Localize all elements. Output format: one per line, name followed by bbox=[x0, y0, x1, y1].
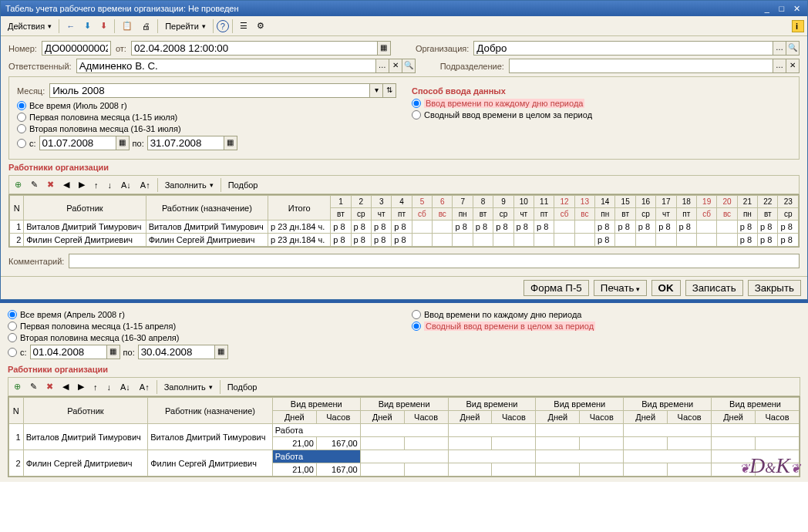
sort-asc-icon[interactable]: A↓ bbox=[116, 380, 134, 394]
add-icon[interactable]: ⊕ bbox=[11, 177, 25, 192]
settings-icon[interactable]: ⚙ bbox=[253, 19, 268, 33]
org-input[interactable] bbox=[473, 41, 773, 56]
sort-asc-icon[interactable]: A↓ bbox=[117, 178, 135, 192]
date2-input[interactable] bbox=[147, 136, 224, 150]
edit-icon[interactable]: ✎ bbox=[26, 379, 41, 394]
radio-full-lower[interactable] bbox=[8, 310, 17, 319]
form-p5-button[interactable]: Форма П-5 bbox=[524, 280, 589, 296]
number-label: Номер: bbox=[8, 44, 37, 53]
delete-icon[interactable]: ✖ bbox=[43, 177, 58, 192]
nav-icon[interactable]: ▶ bbox=[75, 177, 89, 192]
help-icon[interactable]: ? bbox=[217, 20, 229, 32]
delete-icon[interactable]: ✖ bbox=[42, 379, 57, 394]
unpost-icon[interactable]: ⬇ bbox=[96, 19, 111, 33]
resp-input[interactable] bbox=[76, 59, 376, 73]
table-row[interactable]: 1Виталов Дмитрий ТимуровичВиталов Дмитри… bbox=[10, 221, 799, 234]
radio-summary-lower[interactable] bbox=[412, 322, 421, 331]
workers-title: Работники организации bbox=[8, 163, 800, 172]
radio-first-half-lower[interactable] bbox=[8, 322, 17, 331]
nav-icon[interactable]: ◀ bbox=[59, 177, 73, 192]
date1-input-lower[interactable] bbox=[30, 345, 107, 359]
table-row[interactable]: 2Филин Сергей ДмитриевичФилин Сергей Дми… bbox=[10, 234, 799, 247]
workers-grid-lower[interactable]: NРаботникРаботник (назначение)Вид времен… bbox=[8, 396, 800, 477]
toolbar: Действия ← ⬇ ⬇ 📋 🖨 Перейти ? ☰ ⚙ i bbox=[1, 16, 807, 36]
number-input[interactable] bbox=[42, 41, 111, 56]
move-up-icon[interactable]: ↑ bbox=[89, 380, 102, 394]
list-icon[interactable]: ☰ bbox=[236, 19, 251, 33]
open-icon[interactable]: 🔍 bbox=[786, 41, 800, 56]
move-down-icon[interactable]: ↓ bbox=[104, 178, 116, 192]
titlebar: Табель учета рабочего времени организаци… bbox=[1, 1, 807, 16]
date-from-input[interactable] bbox=[131, 41, 378, 56]
calendar-icon[interactable]: ▦ bbox=[107, 345, 120, 359]
actions-menu[interactable]: Действия bbox=[4, 19, 56, 33]
bottom-bar: Форма П-5 Печать OK Записать Закрыть bbox=[1, 276, 807, 299]
select-icon[interactable]: … bbox=[773, 59, 786, 73]
date1-input[interactable] bbox=[39, 136, 116, 150]
workers-title-lower: Работники организации bbox=[8, 365, 800, 374]
back-icon[interactable]: ← bbox=[62, 19, 79, 33]
window-title: Табель учета рабочего времени организаци… bbox=[5, 4, 239, 13]
clear-icon[interactable]: ✕ bbox=[389, 59, 402, 73]
radio-daily-lower[interactable] bbox=[412, 310, 421, 319]
from-label: от: bbox=[116, 44, 126, 53]
move-down-icon[interactable]: ↓ bbox=[103, 380, 116, 394]
radio-second-half[interactable] bbox=[17, 124, 26, 133]
open-icon[interactable]: 🔍 bbox=[402, 59, 416, 73]
close-button[interactable]: Закрыть bbox=[748, 280, 801, 296]
calendar-icon[interactable]: ▦ bbox=[215, 345, 228, 359]
edit-icon[interactable]: ✎ bbox=[27, 177, 42, 192]
comment-label: Комментарий: bbox=[8, 257, 64, 266]
goto-menu[interactable]: Перейти bbox=[161, 19, 210, 33]
radio-daily[interactable] bbox=[412, 99, 421, 108]
dropdown-icon[interactable]: ▾ bbox=[370, 83, 383, 98]
add-icon[interactable]: ⊕ bbox=[10, 379, 25, 394]
pick-button-lower[interactable]: Подбор bbox=[224, 380, 261, 394]
table-row[interactable]: 2Филин Сергей ДмитриевичФилин Сергей Дми… bbox=[9, 450, 800, 463]
info-icon[interactable]: i bbox=[792, 20, 804, 32]
print-button[interactable]: Печать bbox=[594, 280, 647, 296]
save-button[interactable]: Записать bbox=[685, 280, 743, 296]
radio-full[interactable] bbox=[17, 101, 26, 110]
close-icon[interactable]: ✕ bbox=[790, 4, 803, 14]
dept-label: Подразделение: bbox=[440, 62, 504, 71]
radio-custom[interactable] bbox=[17, 139, 26, 148]
post-icon[interactable]: ⬇ bbox=[80, 19, 95, 33]
spin-icon[interactable]: ⇅ bbox=[383, 83, 396, 98]
fill-menu-lower[interactable]: Заполнить bbox=[160, 380, 217, 394]
select-icon[interactable]: … bbox=[376, 59, 389, 73]
month-label: Месяц: bbox=[17, 86, 45, 96]
watermark-logo: ❦D&K❦ bbox=[739, 453, 800, 478]
print-icon[interactable]: 🖨 bbox=[138, 19, 154, 33]
dept-input[interactable] bbox=[509, 59, 773, 73]
fill-menu[interactable]: Заполнить bbox=[161, 178, 217, 192]
move-up-icon[interactable]: ↑ bbox=[90, 178, 103, 192]
input-mode-title: Способ ввода данных bbox=[412, 86, 791, 96]
clear-icon[interactable]: ✕ bbox=[786, 59, 800, 73]
sort-desc-icon[interactable]: A↑ bbox=[136, 380, 153, 394]
radio-second-half-lower[interactable] bbox=[8, 333, 17, 342]
calendar-icon[interactable]: ▦ bbox=[224, 136, 237, 150]
calendar-icon[interactable]: ▦ bbox=[378, 41, 391, 56]
select-icon[interactable]: … bbox=[773, 41, 786, 56]
resp-label: Ответственный: bbox=[8, 62, 72, 71]
maximize-icon[interactable]: □ bbox=[776, 4, 788, 13]
date2-input-lower[interactable] bbox=[138, 345, 215, 359]
calendar-icon[interactable]: ▦ bbox=[116, 136, 130, 150]
comment-input[interactable] bbox=[69, 254, 800, 268]
workers-grid[interactable]: NРаботникРаботник (назначение)Итого12345… bbox=[8, 194, 800, 247]
copy-icon[interactable]: 📋 bbox=[118, 19, 136, 33]
ok-button[interactable]: OK bbox=[651, 280, 681, 296]
table-row[interactable]: 1Виталов Дмитрий ТимуровичВиталов Дмитри… bbox=[9, 424, 800, 437]
radio-summary[interactable] bbox=[412, 110, 421, 120]
nav-icon[interactable]: ▶ bbox=[74, 379, 88, 394]
org-label: Организация: bbox=[416, 44, 469, 53]
radio-first-half[interactable] bbox=[17, 113, 26, 122]
sort-desc-icon[interactable]: A↑ bbox=[136, 178, 154, 192]
nav-icon[interactable]: ◀ bbox=[59, 379, 72, 394]
minimize-icon[interactable]: _ bbox=[761, 4, 773, 13]
radio-custom-lower[interactable] bbox=[8, 348, 17, 357]
month-input[interactable] bbox=[49, 83, 370, 98]
pick-button[interactable]: Подбор bbox=[224, 178, 262, 192]
